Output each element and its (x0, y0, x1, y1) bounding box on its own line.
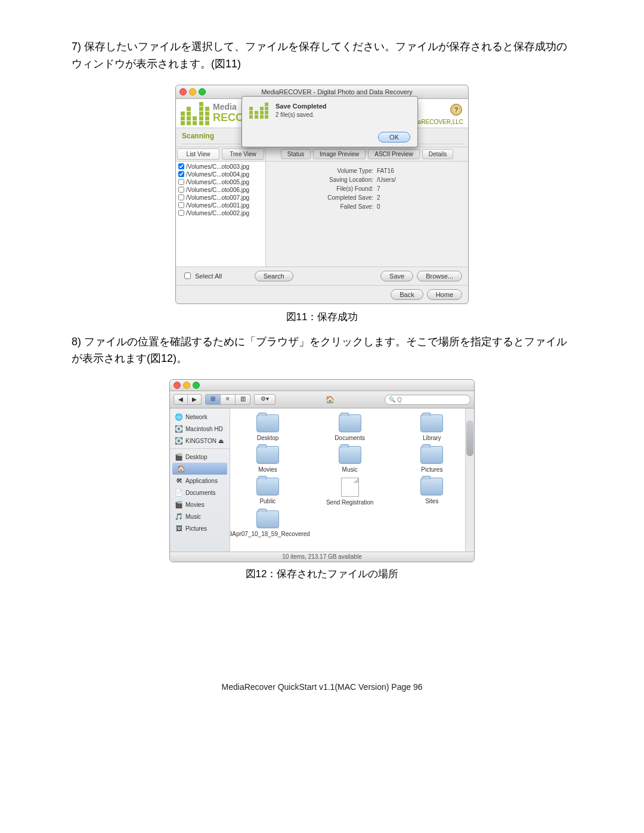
browse-button[interactable]: Browse... (417, 271, 462, 281)
sidebar-item[interactable]: 🎬Desktop (170, 451, 230, 463)
status-line: Completed Save:2 (266, 193, 468, 202)
file-row[interactable]: /Volumes/C...oto004.jpg (177, 171, 264, 178)
sidebar-item[interactable]: 🖼Pictures (170, 522, 230, 534)
tab-image-preview[interactable]: Image Preview (313, 149, 366, 159)
list-view-button[interactable]: ≡ (221, 394, 236, 405)
finder-item[interactable]: Music (317, 446, 383, 473)
sidebar-item[interactable]: 💽Macintosh HD (170, 423, 230, 435)
file-checkbox[interactable] (178, 210, 184, 216)
sidebar-icon: 🖼 (175, 524, 183, 532)
file-checkbox[interactable] (178, 179, 184, 185)
folder-icon (420, 414, 443, 432)
sidebar-icon: 🛠 (175, 476, 183, 485)
file-checkbox[interactable] (178, 194, 184, 200)
file-checkbox[interactable] (178, 163, 184, 169)
sidebar-label: Music (185, 513, 201, 520)
tab-ascii-preview[interactable]: ASCII Preview (368, 149, 419, 159)
file-row[interactable]: /Volumes/C...oto007.jpg (177, 194, 264, 202)
file-list-panel: List View Tree View /Volumes/C...oto003.… (176, 147, 266, 267)
window-title: MediaRECOVER - Digital Photo and Data Re… (209, 88, 465, 95)
search-field[interactable]: Q (385, 395, 470, 405)
file-name-label: /Volumes/C...oto002.jpg (186, 210, 249, 216)
sidebar-item[interactable]: 🌐Network (170, 411, 230, 423)
file-row[interactable]: /Volumes/C...oto006.jpg (177, 186, 264, 194)
forward-nav-button[interactable]: ▶ (188, 394, 202, 405)
finder-item[interactable]: Send Registration (317, 478, 383, 506)
item-label: Send Registration (326, 499, 374, 506)
sidebar-icon: 🎵 (175, 512, 183, 521)
status-line: File(s) Found:7 (266, 184, 468, 193)
sidebar-item[interactable]: 🎵Music (170, 510, 230, 522)
file-checkbox[interactable] (178, 171, 184, 177)
finder-item[interactable]: Movies (235, 446, 301, 473)
finder-sidebar: 🌐Network💽Macintosh HD💽KINGSTON ⏏🎬Desktop… (170, 408, 230, 552)
page-footer: MediaRecover QuickStart v1.1(MAC Version… (72, 682, 572, 692)
folder-icon (256, 414, 279, 432)
nav-buttons[interactable]: ◀ ▶ (174, 394, 202, 405)
finder-item[interactable]: Documents (317, 414, 383, 441)
zoom-icon[interactable] (199, 88, 206, 95)
back-nav-button[interactable]: ◀ (174, 394, 188, 405)
item-label: Pictures (421, 466, 442, 473)
ok-button[interactable]: OK (378, 132, 410, 143)
finder-item[interactable]: Desktop (235, 414, 301, 441)
file-row[interactable]: /Volumes/C...oto005.jpg (177, 178, 264, 186)
action-menu-button[interactable]: ⚙▾ (254, 394, 275, 405)
logo-blocks-icon (181, 101, 210, 125)
tab-details[interactable]: Details (422, 149, 454, 159)
scroll-thumb[interactable] (466, 420, 473, 456)
file-checkbox[interactable] (178, 202, 184, 208)
finder-item[interactable]: 19Apr07_10_18_59_Recovered (235, 510, 301, 537)
sidebar-label: Pictures (185, 525, 207, 532)
column-view-button[interactable]: ▥ (236, 394, 250, 405)
item-label: Public (259, 498, 275, 504)
finder-item[interactable]: Public (235, 478, 301, 506)
item-label: Movies (258, 466, 277, 473)
file-row[interactable]: /Volumes/C...oto002.jpg (177, 209, 264, 217)
sidebar-item[interactable]: 📄Documents (170, 487, 230, 498)
save-button[interactable]: Save (380, 271, 413, 281)
zoom-icon[interactable] (193, 382, 200, 389)
finder-item[interactable]: Sites (399, 478, 465, 506)
tab-tree-view[interactable]: Tree View (222, 148, 264, 160)
folder-icon (420, 478, 443, 496)
close-icon[interactable] (179, 88, 187, 95)
file-name-label: /Volumes/C...oto003.jpg (186, 163, 249, 170)
scrollbar[interactable] (465, 408, 474, 552)
file-checkbox[interactable] (178, 187, 184, 193)
sidebar-icon: 🏠 (177, 465, 185, 473)
search-button[interactable]: Search (255, 271, 293, 281)
finder-titlebar[interactable] (170, 380, 474, 391)
folder-icon (420, 446, 443, 464)
select-all-checkbox[interactable]: Select All (182, 271, 222, 281)
tab-list-view[interactable]: List View (177, 148, 219, 160)
file-row[interactable]: /Volumes/C...oto001.jpg (177, 202, 264, 209)
home-button[interactable]: Home (427, 289, 462, 300)
close-icon[interactable] (174, 382, 181, 389)
sidebar-item[interactable]: 🎬Movies (170, 498, 230, 510)
tab-status[interactable]: Status (281, 149, 311, 159)
step8-paragraph: 8) ファイルの位置を確認するために「ブラウザ」をクリックします。そこで場所を指… (72, 333, 572, 368)
sidebar-icon: 💽 (175, 436, 183, 445)
file-name-label: /Volumes/C...oto005.jpg (186, 179, 249, 185)
path-icon: 🏠 (279, 395, 381, 404)
sidebar-icon: 💽 (175, 425, 183, 433)
sidebar-item[interactable]: 🏠 (172, 463, 227, 475)
help-button[interactable]: ? (450, 104, 462, 116)
item-label: Library (423, 435, 441, 441)
sidebar-item[interactable]: 💽KINGSTON ⏏ (170, 435, 230, 447)
back-button[interactable]: Back (391, 289, 423, 300)
sidebar-label: Applications (185, 478, 218, 484)
step7-paragraph: 7) 保存したいファイルを選択して、ファイルを保存してください。ファイルが保存さ… (72, 38, 572, 73)
minimize-icon[interactable] (189, 88, 196, 95)
file-name-label: /Volumes/C...oto004.jpg (186, 171, 249, 178)
finder-item[interactable]: Pictures (399, 446, 465, 473)
finder-item[interactable]: Library (399, 414, 465, 441)
file-row[interactable]: /Volumes/C...oto003.jpg (177, 163, 264, 171)
file-name-label: /Volumes/C...oto007.jpg (186, 194, 249, 201)
minimize-icon[interactable] (183, 382, 190, 389)
sidebar-item[interactable]: 🛠Applications (170, 475, 230, 487)
icon-view-button[interactable]: ⊞ (205, 394, 221, 405)
figure12-caption: 図12：保存されたファイルの場所 (72, 567, 572, 581)
view-segment[interactable]: ⊞ ≡ ▥ (205, 394, 250, 405)
